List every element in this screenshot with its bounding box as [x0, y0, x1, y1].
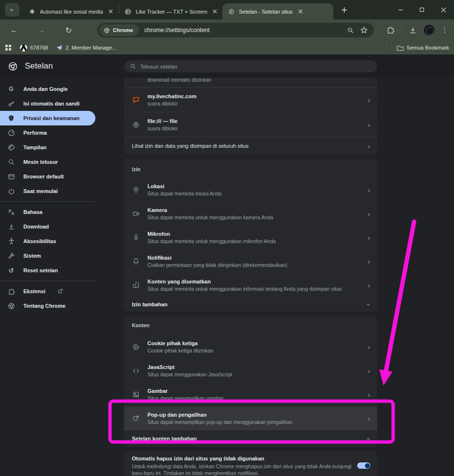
sidebar-item-isi-otomatis[interactable]: Isi otomatis dan sandi	[0, 96, 95, 111]
site-row-livechat[interactable]: my.livechatinc.com suara diblokir ›	[124, 88, 377, 112]
address-bar[interactable]: Chrome chrome://settings/content	[97, 23, 374, 37]
url-text[interactable]: chrome://settings/content	[145, 27, 347, 34]
auto-revoke-toggle[interactable]	[357, 462, 370, 469]
row-subtitle: download otomatis diizinkan	[147, 78, 377, 83]
reload-button[interactable]: ↻	[61, 23, 76, 37]
bookmarks-separator	[386, 44, 387, 52]
downloads-icon[interactable]	[409, 26, 417, 35]
camera-icon	[132, 210, 140, 218]
auto-revoke-card: Otomatis hapus izin dari situs yang tida…	[124, 451, 377, 476]
extensions-icon[interactable]	[386, 26, 395, 35]
back-button[interactable]: ←	[7, 23, 21, 37]
apps-grid-icon[interactable]	[5, 44, 12, 51]
sidebar-item-saat-memulai[interactable]: Saat memulai	[0, 184, 95, 198]
close-window-button[interactable]	[433, 0, 454, 19]
sidebar-item-tampilan[interactable]: Tampilan	[0, 140, 95, 155]
chevron-right-icon: ›	[368, 282, 370, 289]
sidebar-label: Ekstensi	[23, 288, 45, 294]
telegram-icon	[56, 44, 63, 51]
site-row-file[interactable]: file:/// — file suara diblokir ›	[124, 112, 377, 137]
reset-icon: ↺	[7, 266, 15, 274]
avatar[interactable]	[424, 25, 435, 35]
close-icon[interactable]	[107, 8, 115, 16]
chevron-right-icon: ›	[368, 210, 370, 217]
setelan-konten-tambahan-expander[interactable]: Setelan konten tambahan ›	[124, 430, 377, 447]
bell-icon	[132, 258, 140, 265]
row-konten-disematkan[interactable]: Konten yang disematkan Situs dapat memin…	[124, 273, 377, 297]
sidebar-item-performa[interactable]: Performa	[0, 125, 95, 140]
row-notifikasi[interactable]: Notifikasi Ciutkan permintaan yang tidak…	[124, 249, 377, 273]
sidebar-item-anda-dan-google[interactable]: G Anda dan Google	[0, 82, 95, 96]
forward-button[interactable]: →	[34, 23, 49, 37]
bookmarks-bar: 678768 2. Member Manage... Semua Bookmar…	[0, 41, 454, 54]
auto-revoke-row[interactable]: Otomatis hapus izin dari situs yang tida…	[124, 451, 377, 476]
minimize-button[interactable]	[390, 0, 411, 19]
row-title: Gambar	[147, 388, 368, 394]
google-g-icon: G	[7, 85, 15, 93]
chevron-right-icon: ›	[368, 121, 370, 128]
zoom-icon[interactable]	[347, 27, 354, 34]
sidebar-item-tentang-chrome[interactable]: Tentang Chrome	[0, 299, 95, 313]
search-icon	[7, 158, 15, 166]
globe-favicon-icon	[124, 8, 132, 16]
chrome-settings-logo-icon	[8, 61, 18, 71]
tab-like-tracker[interactable]: Like Tracker — TXT + Screensh	[119, 3, 222, 19]
maximize-button[interactable]	[411, 0, 433, 19]
sidebar-item-sistem[interactable]: Sistem	[0, 248, 95, 263]
chatgpt-icon: ✻	[28, 8, 36, 16]
konten-card: Konten Cookie pihak ketiga Cookie pihak …	[124, 316, 377, 447]
izin-tambahan-expander[interactable]: Izin tambahan ›	[124, 297, 377, 312]
close-icon[interactable]	[211, 8, 218, 16]
row-lokasi[interactable]: Lokasi Situs dapat meminta lokasi Anda ›	[124, 178, 377, 202]
all-bookmarks-button[interactable]: Semua Bookmark	[393, 42, 453, 53]
sidebar-label: Tampilan	[23, 144, 46, 150]
bookmark-item[interactable]: 2. Member Manage...	[52, 42, 121, 53]
sidebar-item-reset-setelan[interactable]: ↺ Reset setelan	[0, 263, 95, 278]
row-cookie[interactable]: Cookie pihak ketiga Cookie pihak ketiga …	[124, 335, 377, 359]
sidebar-label: Privasi dan keamanan	[23, 115, 80, 121]
sidebar-label: Download	[23, 224, 49, 229]
row-title: Pop-up dan pengalihan	[147, 412, 368, 418]
row-gambar[interactable]: Gambar Situs dapat menampilkan gambar ›	[124, 383, 377, 406]
new-tab-button[interactable]	[337, 3, 351, 17]
row-subtitle: Situs dapat meminta untuk menggunakan mi…	[147, 238, 368, 244]
row-javascript[interactable]: JavaScript Situs dapat menggunakan JavaS…	[124, 359, 377, 383]
kebab-menu-icon[interactable]: ⋮	[441, 26, 448, 34]
chevron-right-icon: ›	[368, 343, 370, 351]
speedometer-icon	[7, 129, 15, 137]
tab-setelan[interactable]: Setelan - Setelan situs	[222, 3, 333, 19]
sidebar-item-aksesibilitas[interactable]: Aksesibilitas	[0, 234, 95, 248]
sidebar-label: Performa	[23, 130, 47, 136]
sidebar-item-privasi-keamanan[interactable]: Privasi dan keamanan	[0, 111, 95, 125]
row-title: Lokasi	[147, 183, 368, 189]
tab-search-button[interactable]: ›	[5, 3, 19, 17]
sidebar-item-mesin-telusur[interactable]: Mesin telusur	[0, 155, 95, 169]
chevron-right-icon: ›	[368, 415, 370, 422]
sidebar-item-download[interactable]: Download	[0, 219, 95, 234]
code-brackets-icon	[132, 367, 140, 375]
search-input[interactable]	[140, 64, 371, 70]
sidebar-item-browser-default[interactable]: Browser default	[0, 169, 95, 184]
tab-automasi[interactable]: ✻ Automasi like sosial media	[23, 3, 119, 19]
location-pin-icon	[132, 186, 140, 194]
sidebar-item-ekstensi[interactable]: Ekstensi	[0, 284, 95, 299]
sidebar-item-bahasa[interactable]: Bahasa	[0, 205, 95, 219]
izin-card: Izin Lokasi Situs dapat meminta lokasi A…	[124, 159, 377, 312]
view-all-sites-row[interactable]: Lihat izin dan data yang disimpan di sel…	[124, 137, 377, 155]
bookmark-label: 678768	[30, 45, 48, 51]
close-icon[interactable]	[296, 8, 304, 16]
page-title: Setelan	[25, 61, 53, 71]
bookmark-star-icon[interactable]	[360, 26, 368, 34]
row-mikrofon[interactable]: Mikrofon Situs dapat meminta untuk mengg…	[124, 226, 377, 249]
settings-search[interactable]	[124, 60, 377, 72]
row-subtitle: Ciutkan permintaan yang tidak diinginkan…	[147, 262, 368, 268]
bookmark-item[interactable]: 678768	[16, 42, 52, 53]
window-controls	[390, 0, 454, 19]
row-kamera[interactable]: Kamera Situs dapat meminta untuk menggun…	[124, 202, 377, 226]
row-title: Kamera	[147, 207, 368, 213]
partial-row[interactable]: download otomatis diizinkan	[124, 78, 377, 87]
row-popup-pengalihan[interactable]: Pop-up dan pengalihan Situs dapat menamp…	[124, 406, 377, 430]
globe-icon	[132, 121, 140, 128]
site-chip[interactable]: Chrome	[100, 25, 139, 35]
browser-toolbar: ← → ↻ Chrome chrome://settings/content	[0, 19, 454, 41]
